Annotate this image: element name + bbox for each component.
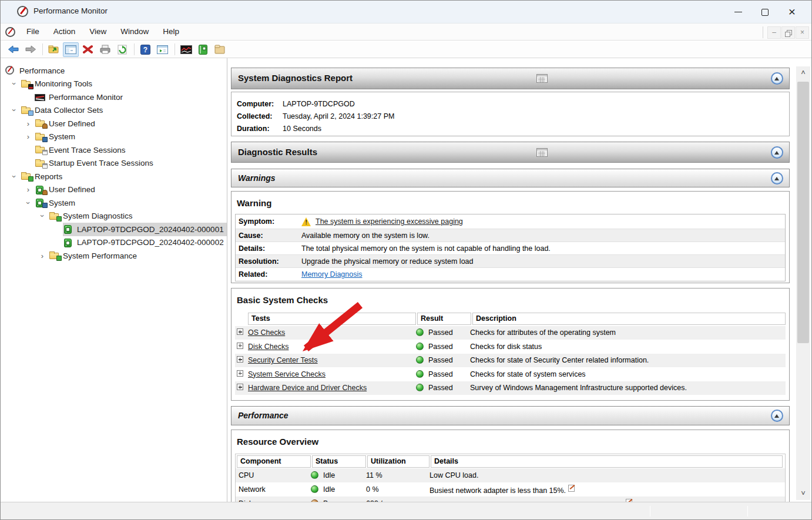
collapse-section-button[interactable] bbox=[771, 72, 783, 85]
collapse-section-button[interactable] bbox=[771, 146, 783, 159]
selected-tree-item[interactable]: LAPTOP-9TDCPGOD_20240402-000001 bbox=[63, 223, 227, 236]
report-button[interactable] bbox=[195, 42, 211, 57]
tree-item-event-trace-sessions[interactable]: Event Trace Sessions bbox=[1, 143, 227, 157]
os-checks-link[interactable]: OS Checks bbox=[248, 328, 285, 337]
menu-file[interactable]: File bbox=[19, 25, 46, 39]
tree-item-reports[interactable]: › Reports bbox=[1, 170, 227, 183]
section-header-warnings: Warnings bbox=[231, 169, 790, 187]
delete-button[interactable] bbox=[80, 42, 96, 57]
export-folder-icon bbox=[48, 45, 60, 54]
scroll-down-button[interactable]: ˅ bbox=[796, 487, 810, 500]
status-bar bbox=[1, 502, 811, 519]
check-row-disk: Disk Checks Passed Checks for disk statu… bbox=[235, 340, 786, 354]
check-row-hardware: Hardware Device and Driver Checks Passed… bbox=[235, 381, 786, 395]
mdi-minimize-button[interactable]: – bbox=[767, 26, 781, 39]
chevron-expanded-icon[interactable]: › bbox=[38, 210, 47, 223]
tree-item-monitoring-tools[interactable]: › Monitoring Tools bbox=[1, 78, 227, 91]
divider bbox=[747, 506, 748, 516]
refresh-icon bbox=[117, 45, 127, 55]
passed-status-icon bbox=[416, 370, 424, 378]
tree-item-user-defined[interactable]: › User Defined bbox=[1, 117, 227, 130]
passed-status-icon bbox=[416, 356, 424, 364]
chevron-collapsed-icon[interactable]: › bbox=[22, 119, 35, 128]
passed-status-icon bbox=[416, 328, 424, 336]
col-component: Component bbox=[237, 455, 311, 468]
tree-item-system-diagnostics[interactable]: › System Diagnostics bbox=[1, 210, 227, 223]
chevron-expanded-icon[interactable]: › bbox=[10, 104, 19, 117]
back-button[interactable] bbox=[5, 42, 21, 57]
tree-item-system[interactable]: › System bbox=[1, 130, 227, 144]
chevron-collapsed-icon[interactable]: › bbox=[36, 251, 49, 260]
toggle-console-tree-button[interactable] bbox=[63, 42, 79, 57]
tree-item-data-collector-sets[interactable]: › Data Collector Sets bbox=[1, 104, 227, 118]
resource-header-row: Component Status Utilization Details bbox=[236, 454, 785, 468]
chevron-expanded-icon[interactable]: › bbox=[10, 78, 19, 90]
print-button[interactable] bbox=[97, 42, 113, 57]
passed-status-icon bbox=[416, 384, 424, 391]
disk-checks-link[interactable]: Disk Checks bbox=[248, 343, 288, 351]
chevron-expanded-icon[interactable]: › bbox=[24, 196, 33, 209]
note-icon[interactable] bbox=[568, 485, 575, 492]
warning-table: Symptom: The system is experiencing exce… bbox=[235, 214, 786, 281]
report-title: System Diagnostics Report bbox=[238, 73, 353, 83]
perfmon-chart-icon bbox=[35, 92, 48, 102]
scrollbar-thumb[interactable] bbox=[797, 82, 809, 343]
refresh-button[interactable] bbox=[114, 42, 130, 57]
check-row-security-center: Security Center Tests Passed Checks for … bbox=[235, 354, 786, 368]
forward-button[interactable] bbox=[22, 42, 38, 57]
reports-user-defined-icon bbox=[35, 185, 48, 194]
symptom-link[interactable]: The system is experiencing excessive pag… bbox=[316, 217, 463, 226]
mdi-restore-button[interactable] bbox=[781, 26, 795, 39]
tree-item-reports-user-defined[interactable]: › User Defined bbox=[1, 183, 227, 197]
hardware-device-checks-link[interactable]: Hardware Device and Driver Checks bbox=[248, 384, 367, 392]
tree-item-report-000001[interactable]: LAPTOP-9TDCPGOD_20240402-000001 bbox=[1, 223, 227, 236]
tree-item-reports-system[interactable]: › System bbox=[1, 196, 227, 210]
window-title: Performance Monitor bbox=[33, 6, 108, 15]
expand-icon[interactable] bbox=[237, 384, 243, 390]
performance-chart-icon bbox=[180, 45, 192, 54]
expand-icon[interactable] bbox=[237, 343, 243, 349]
expand-icon[interactable] bbox=[237, 370, 243, 377]
maximize-button[interactable] bbox=[751, 1, 779, 23]
memory-diagnosis-link[interactable]: Memory Diagnosis bbox=[301, 270, 363, 279]
toggle-action-pane-button[interactable] bbox=[155, 42, 170, 57]
delete-x-icon bbox=[83, 45, 93, 54]
col-details: Details bbox=[431, 455, 783, 468]
tree-item-performance[interactable]: Performance bbox=[1, 64, 227, 78]
menu-action[interactable]: Action bbox=[46, 25, 83, 39]
idle-status-icon bbox=[311, 485, 318, 493]
performance-monitor-button[interactable] bbox=[178, 42, 194, 57]
tree-item-system-performance[interactable]: › System Performance bbox=[1, 249, 227, 263]
system-service-checks-link[interactable]: System Service Checks bbox=[248, 370, 326, 378]
col-tests: Tests bbox=[248, 313, 416, 325]
divider bbox=[42, 43, 43, 55]
folder-button[interactable] bbox=[212, 42, 228, 57]
scrollbar[interactable]: ˄ ˅ bbox=[796, 66, 810, 500]
collapse-section-button[interactable] bbox=[771, 172, 783, 184]
export-button[interactable] bbox=[46, 42, 62, 57]
mdi-close-button[interactable]: × bbox=[796, 26, 809, 39]
diagnostic-results-title: Diagnostic Results bbox=[238, 147, 317, 157]
details-row: Details: The total physical memory on th… bbox=[236, 242, 785, 255]
tree-item-startup-event-trace-sessions[interactable]: Startup Event Trace Sessions bbox=[1, 157, 227, 170]
collapse-section-button[interactable] bbox=[771, 410, 783, 422]
close-button[interactable]: × bbox=[779, 1, 806, 23]
menu-window[interactable]: Window bbox=[113, 25, 156, 39]
menu-help[interactable]: Help bbox=[156, 25, 186, 39]
collected-value: Tuesday, April 2, 2024 1:39:27 PM bbox=[283, 112, 394, 120]
menu-view[interactable]: View bbox=[82, 25, 113, 39]
printer-icon bbox=[99, 45, 111, 54]
minimize-button[interactable] bbox=[724, 1, 751, 23]
tree-item-performance-monitor[interactable]: Performance Monitor bbox=[1, 90, 227, 104]
chevron-collapsed-icon[interactable]: › bbox=[22, 185, 35, 194]
chevron-collapsed-icon[interactable]: › bbox=[22, 132, 35, 141]
expand-icon[interactable] bbox=[237, 356, 243, 363]
tree-item-report-000002[interactable]: LAPTOP-9TDCPGOD_20240402-000002 bbox=[1, 236, 227, 250]
scroll-up-button[interactable]: ˄ bbox=[796, 66, 810, 79]
help-button[interactable]: ? bbox=[137, 42, 153, 57]
chevron-expanded-icon[interactable]: › bbox=[10, 170, 19, 183]
reports-system-icon bbox=[35, 198, 48, 207]
expand-icon[interactable] bbox=[237, 328, 243, 335]
warning-heading: Warning bbox=[231, 192, 789, 208]
security-center-tests-link[interactable]: Security Center Tests bbox=[248, 356, 318, 364]
